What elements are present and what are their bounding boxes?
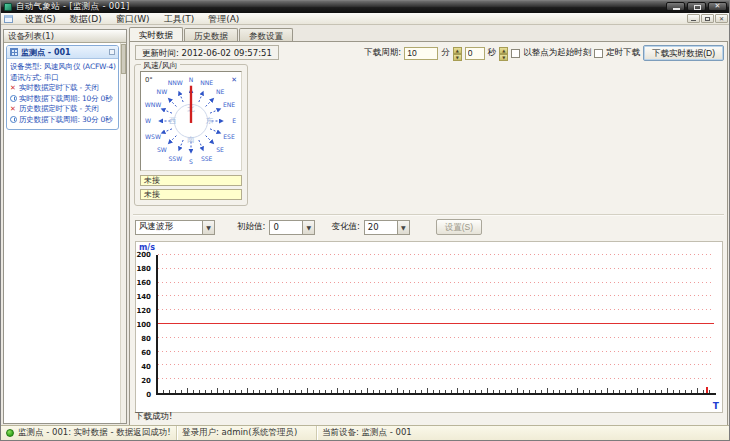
menu-bar: 设置(S) 数据(D) 窗口(W) 工具(T) 管理(A) ✕ — [1, 13, 730, 25]
realtime-data-pane: 更新时间: 2012-06-02 09:57:51 下载周期: 分 秒 以整点为… — [129, 41, 728, 426]
divider — [133, 214, 724, 216]
chart-plot — [156, 255, 716, 395]
svg-text:ENE: ENE — [223, 101, 235, 108]
minutes-unit-label: 分 — [441, 47, 450, 59]
menu-tools[interactable]: 工具(T) — [157, 13, 202, 25]
checkbox-icon[interactable] — [511, 49, 520, 58]
wind-degree-label: 0° — [145, 76, 153, 84]
initial-value-select[interactable]: 0 — [269, 220, 315, 235]
waveform-select[interactable]: 风速波形 — [135, 220, 215, 235]
device-tree: 监测点 - 001 设备类型: 风速风向仪 (ACFW-4) 通讯方式: 串口 … — [4, 43, 120, 423]
device-icon — [10, 48, 18, 56]
svg-text:SE: SE — [216, 146, 224, 153]
download-status-text: 下载成功! — [135, 411, 172, 423]
checkbox-icon[interactable] — [594, 49, 603, 58]
device-list-scrollbar[interactable] — [120, 43, 126, 423]
svg-text:东: 东 — [205, 116, 213, 125]
spin-up-icon[interactable] — [453, 47, 462, 54]
history-period-row: 历史数据下载周期: 30分 0秒 — [10, 115, 116, 126]
history-timer-row: 历史数据定时下载 - 关闭 — [10, 104, 116, 115]
status-login-user: 登录用户: admin(系统管理员) — [177, 426, 317, 440]
clock-icon — [10, 95, 17, 102]
minimize-icon[interactable] — [666, 2, 685, 11]
tab-parameter-settings[interactable]: 参数设置 — [239, 28, 293, 41]
wind-invalid-icon: ✕ — [231, 76, 237, 84]
status-current-device: 当前设备: 监测点 - 001 — [317, 426, 730, 440]
chart-xlabel: T — [713, 401, 719, 411]
realtime-period-row: 实时数据下载周期: 10分 0秒 — [10, 94, 116, 105]
svg-text:NNE: NNE — [200, 79, 213, 86]
menu-data[interactable]: 数据(D) — [63, 13, 109, 25]
status-ok-icon — [6, 429, 14, 437]
initial-value-label: 初始值: — [237, 221, 265, 233]
svg-text:西: 西 — [169, 116, 177, 125]
window-title: 自动气象站 - [监测点 - 001] — [16, 1, 130, 13]
app-window: 自动气象站 - [监测点 - 001] ✕ 设置(S) 数据(D) 窗口(W) … — [0, 0, 730, 441]
svg-text:NE: NE — [216, 88, 225, 95]
download-controls: 下载周期: 分 秒 以整点为起始时刻 定时下载 下载实时数据(D) — [364, 45, 724, 61]
mdi-minimize-icon[interactable] — [687, 14, 700, 23]
download-realtime-button[interactable]: 下载实时数据(D) — [643, 45, 724, 61]
wind-speed-chart: m/s 020406080100120140160180200 T — [135, 241, 723, 413]
svg-text:WSW: WSW — [145, 133, 161, 140]
device-comm-row: 通讯方式: 串口 — [10, 73, 116, 84]
svg-text:NW: NW — [157, 88, 168, 95]
wind-group: 风速/风向 0° ✕ — [134, 64, 248, 206]
chevron-down-icon[interactable] — [397, 221, 409, 234]
device-title: 监测点 - 001 — [21, 47, 109, 58]
svg-text:ESE: ESE — [223, 133, 235, 140]
svg-text:S: S — [189, 158, 193, 165]
svg-text:SSW: SSW — [168, 155, 182, 162]
device-card-header[interactable]: 监测点 - 001 — [7, 46, 118, 59]
minutes-input[interactable] — [404, 47, 438, 60]
chart-xticks — [158, 385, 716, 393]
mdi-child-icon — [4, 15, 13, 23]
device-card[interactable]: 监测点 - 001 设备类型: 风速风向仪 (ACFW-4) 通讯方式: 串口 … — [6, 45, 119, 130]
svg-text:W: W — [145, 117, 151, 124]
realtime-timer-row: 实时数据定时下载 - 关闭 — [10, 83, 116, 94]
menu-window[interactable]: 窗口(W) — [109, 13, 157, 25]
start-on-hour-checkbox[interactable]: 以整点为起始时刻 — [511, 47, 591, 59]
spin-up-icon[interactable] — [499, 47, 508, 54]
app-icon — [4, 3, 12, 11]
svg-text:NNW: NNW — [168, 79, 183, 86]
change-value-select[interactable]: 20 — [364, 220, 410, 235]
settings-button[interactable]: 设置(S) — [436, 219, 482, 235]
seconds-input[interactable] — [465, 47, 485, 60]
download-period-label: 下载周期: — [364, 47, 401, 59]
tab-history-data[interactable]: 历史数据 — [184, 28, 238, 41]
wind-group-title: 风速/风向 — [141, 60, 180, 71]
chart-controls: 风速波形 初始值: 0 变化值: 20 设置(S) — [135, 219, 482, 235]
menu-settings[interactable]: 设置(S) — [18, 13, 63, 25]
spin-down-icon[interactable] — [499, 54, 508, 61]
svg-text:SSE: SSE — [201, 155, 213, 162]
maximize-icon[interactable] — [687, 2, 706, 11]
svg-text:N: N — [189, 76, 194, 83]
disabled-x-icon — [10, 83, 19, 93]
status-message: 监测点 - 001: 实时数据 - 数据返回成功! — [1, 426, 177, 440]
svg-text:WNW: WNW — [145, 101, 162, 108]
clock-icon — [10, 116, 17, 123]
device-type-row: 设备类型: 风速风向仪 (ACFW-4) — [10, 62, 116, 73]
seconds-stepper[interactable] — [499, 47, 508, 60]
chevron-down-icon[interactable] — [202, 221, 214, 234]
tab-realtime-data[interactable]: 实时数据 — [129, 27, 183, 41]
device-list-header: 设备列表(1) — [4, 30, 126, 43]
device-list-panel: 设备列表(1) 监测点 - 001 设备类型: 风速风向仪 (ACFW-4) 通… — [3, 29, 127, 424]
update-time-label: 更新时间: 2012-06-02 09:57:51 — [135, 45, 279, 60]
title-bar: 自动气象站 - [监测点 - 001] ✕ — [1, 1, 730, 13]
svg-text:E: E — [232, 117, 236, 124]
timed-download-checkbox[interactable]: 定时下载 — [594, 47, 640, 59]
mdi-restore-icon[interactable] — [701, 14, 714, 23]
status-bar: 监测点 - 001: 实时数据 - 数据返回成功! 登录用户: admin(系统… — [1, 425, 730, 440]
menu-admin[interactable]: 管理(A) — [201, 13, 246, 25]
collapse-icon[interactable] — [109, 49, 115, 55]
wind-speed-value: 未接 — [140, 175, 242, 186]
spin-down-icon[interactable] — [453, 54, 462, 61]
mdi-close-icon[interactable]: ✕ — [715, 14, 728, 23]
minutes-stepper[interactable] — [453, 47, 462, 60]
chart-yaxis-labels: 020406080100120140160180200 — [136, 255, 154, 395]
chevron-down-icon[interactable] — [302, 221, 314, 234]
svg-text:南: 南 — [186, 135, 194, 144]
close-icon[interactable]: ✕ — [708, 2, 727, 11]
